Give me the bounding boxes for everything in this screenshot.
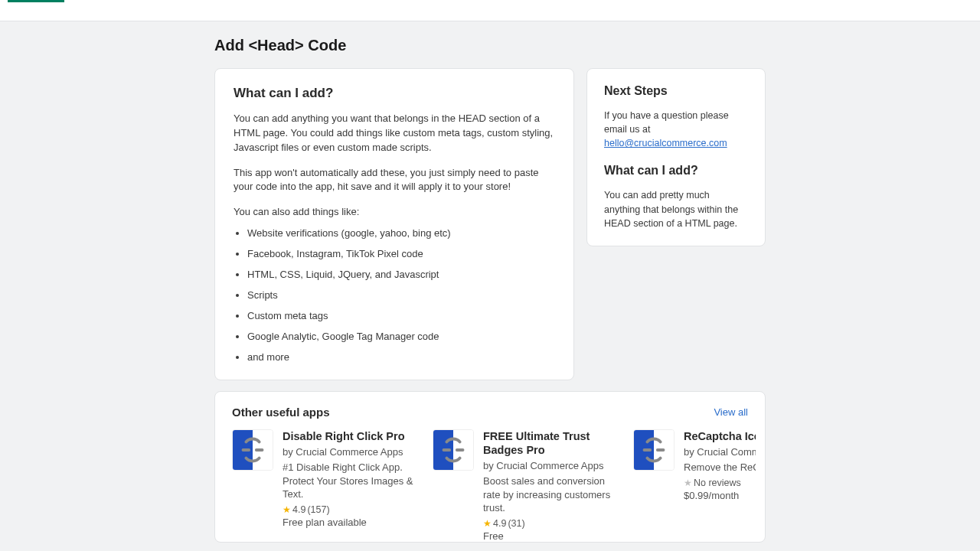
side-intro-text: If you have a question please email us a…: [604, 110, 729, 135]
app-by: by Crucial Commerce Apps: [283, 446, 423, 458]
no-reviews-label: No reviews: [694, 478, 741, 488]
rating-value: 4.9: [292, 504, 305, 515]
list-item: Custom meta tags: [247, 310, 555, 321]
list-item: Scripts: [247, 289, 555, 301]
list-item: Google Analytic, Google Tag Manager code: [247, 331, 555, 342]
app-card[interactable]: ReCaptcha Icon by Crucial Commerce Apps …: [633, 429, 756, 542]
examples-list: Website verifications (google, yahoo, bi…: [234, 227, 555, 363]
rating-value: 4.9: [493, 518, 506, 529]
list-item: Website verifications (google, yahoo, bi…: [247, 227, 555, 239]
list-item: and more: [247, 351, 555, 363]
page-title: Add <Head> Code: [214, 37, 766, 54]
app-by: by Crucial Commerce Apps: [483, 460, 624, 471]
rating-count: (157): [307, 504, 329, 515]
app-desc: Boost sales and conversion rate by incre…: [483, 474, 624, 515]
app-icon: [433, 429, 474, 471]
next-steps-card: Next Steps If you have a question please…: [586, 68, 766, 246]
app-name: Disable Right Click Pro: [283, 429, 423, 443]
app-desc: Remove the ReCaptcha from the Bottom of …: [684, 461, 756, 474]
app-price: Free plan available: [283, 517, 423, 528]
side-body-2: You can add pretty much anything that be…: [604, 188, 748, 230]
list-item: Facebook, Instagram, TikTok Pixel code: [247, 248, 555, 259]
progress-indicator: [8, 0, 64, 2]
app-name: ReCaptcha Icon: [684, 429, 756, 443]
app-name: FREE Ultimate Trust Badges Pro: [483, 429, 624, 457]
support-email-link[interactable]: hello@crucialcommerce.com: [604, 138, 727, 148]
main-heading: What can I add?: [234, 86, 555, 101]
main-paragraph-2: This app won't automatically add these, …: [234, 166, 555, 195]
side-heading-1: Next Steps: [604, 84, 748, 98]
app-desc: #1 Disable Right Click App. Protect Your…: [283, 461, 423, 501]
page-body: Add <Head> Code What can I add? You can …: [0, 21, 980, 551]
app-card[interactable]: FREE Ultimate Trust Badges Pro by Crucia…: [433, 429, 624, 542]
other-apps-heading: Other useful apps: [232, 406, 330, 419]
app-price: Free: [483, 530, 624, 542]
list-item: HTML, CSS, Liquid, JQuery, and Javascrip…: [247, 269, 555, 280]
top-bar: [0, 0, 980, 21]
app-price: $0.99/month: [684, 490, 756, 501]
app-icon: [633, 429, 675, 471]
rating-count: (31): [508, 518, 524, 529]
side-heading-2: What can I add?: [604, 164, 748, 178]
app-rating: ★ No reviews: [684, 478, 756, 488]
star-icon: ★: [684, 478, 692, 488]
app-rating: ★ 4.9 (31): [483, 518, 624, 529]
side-question-intro: If you have a question please email us a…: [604, 109, 748, 150]
star-icon: ★: [283, 504, 291, 515]
what-can-i-add-card: What can I add? You can add anything you…: [214, 68, 574, 380]
main-paragraph-1: You can add anything you want that belon…: [234, 112, 555, 155]
app-icon: [232, 429, 273, 471]
star-icon: ★: [483, 518, 492, 529]
app-by: by Crucial Commerce Apps: [684, 446, 756, 458]
app-card[interactable]: Disable Right Click Pro by Crucial Comme…: [232, 429, 423, 542]
app-rating: ★ 4.9 (157): [283, 504, 423, 515]
view-all-link[interactable]: View all: [714, 406, 748, 418]
main-paragraph-3: You can also add things like:: [234, 205, 555, 220]
other-apps-card: Other useful apps View all Disable Right…: [214, 391, 766, 543]
